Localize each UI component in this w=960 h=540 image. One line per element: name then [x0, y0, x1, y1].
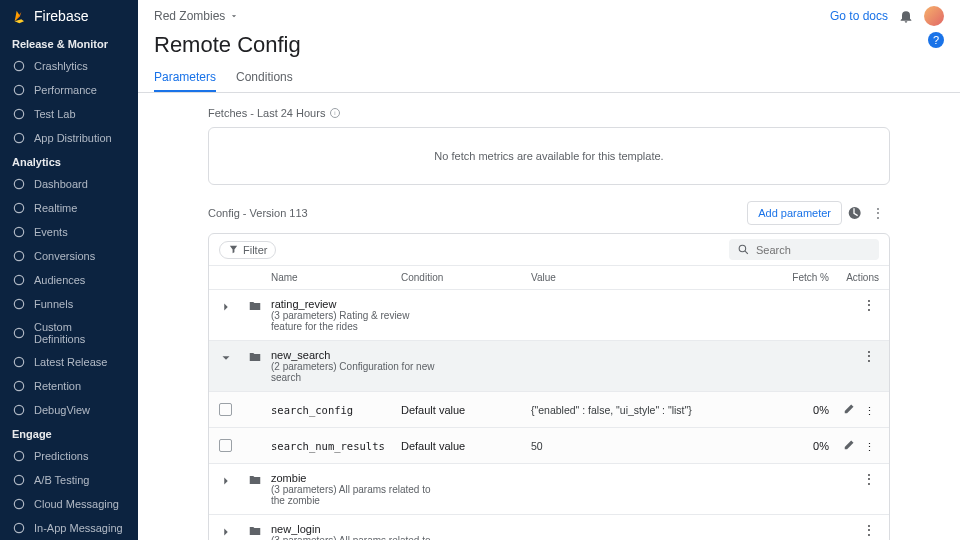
- sidebar-item-test-lab[interactable]: Test Lab: [0, 102, 138, 126]
- group-menu[interactable]: ⋮: [859, 349, 879, 363]
- group-row[interactable]: new_login(3 parameters) All params relat…: [209, 515, 889, 540]
- docs-link[interactable]: Go to docs: [830, 9, 888, 23]
- svg-point-17: [14, 523, 23, 532]
- folder-icon: [247, 524, 263, 538]
- history-button[interactable]: [842, 201, 866, 225]
- group-menu[interactable]: ⋮: [859, 523, 879, 537]
- sidebar-item-in-app-messaging[interactable]: In-App Messaging: [0, 516, 138, 540]
- svg-point-13: [14, 405, 23, 414]
- svg-point-23: [739, 245, 746, 252]
- sidebar-item-conversions[interactable]: Conversions: [0, 244, 138, 268]
- svg-point-12: [14, 381, 23, 390]
- svg-point-6: [14, 227, 23, 236]
- tabs: Parameters Conditions: [138, 64, 960, 93]
- content: Fetches - Last 24 Hours i No fetch metri…: [138, 93, 960, 540]
- sidebar-item-a-b-testing[interactable]: A/B Testing: [0, 468, 138, 492]
- filter-icon: [228, 244, 239, 255]
- svg-point-10: [14, 328, 23, 337]
- chevron-right-icon[interactable]: [219, 474, 233, 488]
- chevron-right-icon[interactable]: [219, 300, 233, 314]
- sidebar-item-funnels[interactable]: Funnels: [0, 292, 138, 316]
- svg-point-8: [14, 275, 23, 284]
- sidebar-item-app-distribution[interactable]: App Distribution: [0, 126, 138, 150]
- search-icon: [737, 243, 750, 256]
- tab-conditions[interactable]: Conditions: [236, 64, 293, 92]
- group-row[interactable]: zombie(3 parameters) All params related …: [209, 464, 889, 515]
- sidebar-item-events[interactable]: Events: [0, 220, 138, 244]
- sidebar-item-custom-definitions[interactable]: Custom Definitions: [0, 316, 138, 350]
- sidebar-item-cloud-messaging[interactable]: Cloud Messaging: [0, 492, 138, 516]
- sidebar-section-engage: Engage: [0, 422, 138, 444]
- tab-parameters[interactable]: Parameters: [154, 64, 216, 92]
- sidebar-item-realtime[interactable]: Realtime: [0, 196, 138, 220]
- param-checkbox[interactable]: [219, 439, 232, 452]
- param-checkbox[interactable]: [219, 403, 232, 416]
- svg-point-11: [14, 357, 23, 366]
- svg-point-7: [14, 251, 23, 260]
- folder-icon: [247, 350, 263, 364]
- search-input[interactable]: [756, 244, 866, 256]
- brand-name: Firebase: [34, 8, 88, 24]
- page-title: Remote Config: [138, 32, 960, 64]
- sidebar-item-dashboard[interactable]: Dashboard: [0, 172, 138, 196]
- sidebar-item-audiences[interactable]: Audiences: [0, 268, 138, 292]
- svg-point-16: [14, 499, 23, 508]
- sidebar-section-release: Release & Monitor: [0, 32, 138, 54]
- avatar[interactable]: [924, 6, 944, 26]
- svg-point-0: [14, 61, 23, 70]
- config-version: Config - Version 113: [208, 207, 308, 219]
- sidebar: Firebase Release & Monitor CrashlyticsPe…: [0, 0, 138, 540]
- edit-icon[interactable]: [843, 437, 857, 451]
- svg-point-5: [14, 203, 23, 212]
- firebase-icon: [12, 8, 28, 24]
- topbar: Red Zombies Go to docs: [138, 0, 960, 32]
- param-menu[interactable]: ⋮: [860, 405, 879, 417]
- svg-point-15: [14, 475, 23, 484]
- search-box[interactable]: [729, 239, 879, 260]
- main: Red Zombies Go to docs Remote Config Par…: [138, 0, 960, 540]
- sidebar-item-latest-release[interactable]: Latest Release: [0, 350, 138, 374]
- group-row[interactable]: new_search(2 parameters) Configuration f…: [209, 341, 889, 392]
- param-row: search_configDefault value{"enabled" : f…: [209, 392, 889, 428]
- edit-icon[interactable]: [843, 401, 857, 415]
- bell-icon[interactable]: [898, 8, 914, 24]
- param-menu[interactable]: ⋮: [860, 441, 879, 453]
- fetches-label: Fetches - Last 24 Hours i: [208, 107, 890, 119]
- sidebar-item-predictions[interactable]: Predictions: [0, 444, 138, 468]
- chevron-down-icon[interactable]: [219, 351, 233, 365]
- sidebar-item-performance[interactable]: Performance: [0, 78, 138, 102]
- param-row: search_num_resultsDefault value500% ⋮: [209, 428, 889, 464]
- svg-point-9: [14, 299, 23, 308]
- svg-point-1: [14, 85, 23, 94]
- svg-point-2: [14, 109, 23, 118]
- sidebar-item-debugview[interactable]: DebugView: [0, 398, 138, 422]
- svg-text:i: i: [335, 110, 336, 116]
- svg-point-4: [14, 179, 23, 188]
- metrics-card: No fetch metrics are available for this …: [208, 127, 890, 185]
- chevron-down-icon: [229, 11, 239, 21]
- group-menu[interactable]: ⋮: [859, 298, 879, 312]
- group-row[interactable]: rating_review(3 parameters) Rating & rev…: [209, 290, 889, 341]
- chevron-right-icon[interactable]: [219, 525, 233, 539]
- sidebar-item-retention[interactable]: Retention: [0, 374, 138, 398]
- project-selector[interactable]: Red Zombies: [154, 9, 239, 23]
- sidebar-section-analytics: Analytics: [0, 150, 138, 172]
- group-menu[interactable]: ⋮: [859, 472, 879, 486]
- filter-chip[interactable]: Filter: [219, 241, 276, 259]
- add-parameter-button[interactable]: Add parameter: [747, 201, 842, 225]
- help-icon[interactable]: ?: [928, 32, 944, 48]
- table-header: Name Condition Value Fetch % Actions: [209, 266, 889, 290]
- sidebar-item-crashlytics[interactable]: Crashlytics: [0, 54, 138, 78]
- brand-logo[interactable]: Firebase: [0, 0, 138, 32]
- history-icon: [846, 205, 862, 221]
- folder-icon: [247, 473, 263, 487]
- svg-point-14: [14, 451, 23, 460]
- params-table: Filter Name Condition Value Fetch % Acti…: [208, 233, 890, 540]
- info-icon[interactable]: i: [329, 107, 341, 119]
- folder-icon: [247, 299, 263, 313]
- config-menu[interactable]: ⋮: [866, 201, 890, 225]
- svg-point-3: [14, 133, 23, 142]
